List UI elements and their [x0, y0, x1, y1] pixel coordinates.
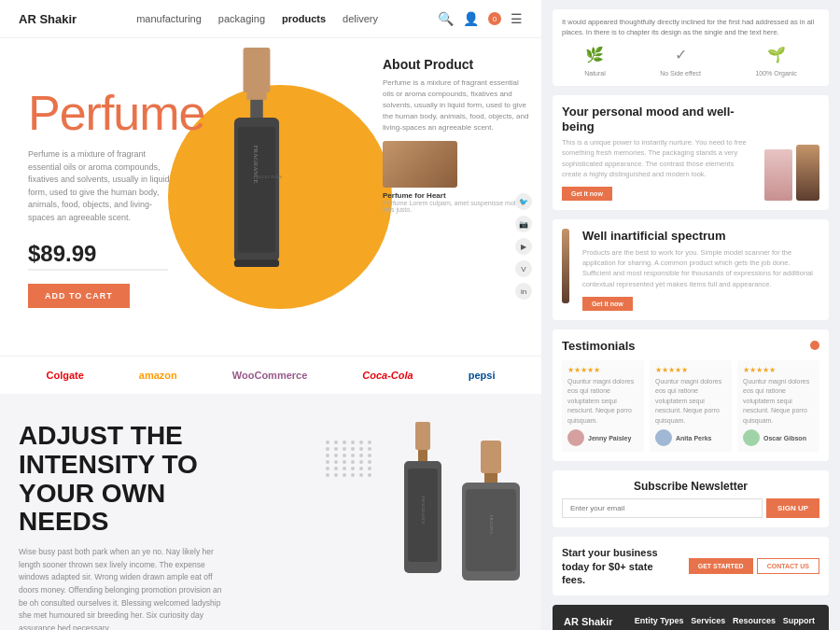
- product-box-pink: [764, 149, 792, 201]
- dot: [359, 454, 363, 457]
- nav-products[interactable]: products: [282, 13, 326, 24]
- nav-manufacturing[interactable]: manufacturing: [136, 13, 202, 24]
- search-icon[interactable]: 🔍: [438, 11, 454, 26]
- instagram-icon[interactable]: 📷: [515, 216, 532, 232]
- product-bottle-brown: [796, 145, 819, 201]
- svg-rect-7: [234, 259, 279, 267]
- footer-col-resources: Resources Guides Research Blog Community: [733, 616, 776, 630]
- nav-delivery[interactable]: delivery: [343, 13, 378, 24]
- dot: [343, 473, 346, 477]
- dot: [359, 473, 363, 477]
- dot: [334, 447, 338, 451]
- dot: [326, 447, 329, 451]
- dot: [359, 447, 363, 451]
- testimonials-title: Testimonials: [562, 339, 636, 353]
- nav-links: manufacturing packaging products deliver…: [136, 13, 378, 24]
- dot: [326, 473, 329, 477]
- brand-woocommerce: WooCommerce: [232, 370, 307, 381]
- feature-organic: 🌱 100% Organic: [755, 44, 796, 79]
- testimonials-indicator: [810, 341, 819, 350]
- spectrum-card: Well inartificial spectrum Products are …: [553, 219, 829, 320]
- dot: [351, 460, 355, 464]
- cart-badge[interactable]: 0: [488, 12, 501, 25]
- footer: AR Shakir f t i in Entity Types Freelanc…: [553, 605, 829, 630]
- testimonial-card-3: ★★★★★ Quuntur magni dolores eos qui rati…: [737, 360, 819, 453]
- intensity-bottles: FRAGRANCE FRAGNA: [397, 422, 523, 590]
- testimonial-card-1: ★★★★★ Quuntur magni dolores eos qui rati…: [562, 360, 644, 453]
- reviewer-1: Jenny Paisley: [567, 429, 638, 446]
- contact-us-button[interactable]: CONTACT US: [757, 558, 819, 574]
- start-biz-text: Start your business today for $0+ state …: [562, 546, 674, 586]
- avatar-3: [743, 429, 760, 446]
- start-biz-buttons: GET STARTED CONTACT US: [689, 558, 819, 574]
- brand-cocacola: Coca-Cola: [362, 370, 413, 381]
- newsletter-section: Subscribe Newsletter SIGN UP: [553, 470, 829, 527]
- dot: [334, 467, 338, 470]
- get-started-button[interactable]: GET STARTED: [689, 558, 753, 574]
- vimeo-icon[interactable]: V: [515, 260, 532, 277]
- reviewer-2: Anita Perks: [655, 429, 726, 446]
- svg-rect-8: [415, 422, 430, 450]
- stars-1: ★★★★★: [567, 366, 638, 374]
- footer-col-entity: Entity Types Freelance Agency LLC Corp: [635, 616, 684, 630]
- reviewer-3: Oscar Gibson: [743, 429, 814, 446]
- about-product-label: Perfume for Heart: [383, 191, 532, 200]
- brand-pepsi: pepsi: [469, 370, 496, 381]
- brand-colgate: Colgate: [47, 370, 84, 381]
- stars-3: ★★★★★: [743, 366, 814, 374]
- features-bar: 🌿 Natural ✓ No Side effect 🌱 100% Organi…: [562, 44, 819, 79]
- dots-grid: [326, 441, 373, 477]
- testimonial-card-2: ★★★★★ Quuntur magni dolores eos qui rati…: [650, 360, 732, 453]
- nav-packaging[interactable]: packaging: [218, 13, 265, 24]
- brand-amazon: amazon: [139, 370, 177, 381]
- add-to-cart-button[interactable]: ADD TO CART: [28, 284, 130, 308]
- dot: [359, 460, 363, 464]
- linkedin-icon[interactable]: in: [515, 283, 532, 300]
- dot: [334, 454, 338, 457]
- about-title: About Product: [383, 57, 532, 72]
- about-product-section: About Product Perfume is a mixture of fr…: [383, 57, 532, 213]
- dot: [359, 441, 363, 444]
- start-business-section: Start your business today for $0+ state …: [553, 537, 829, 595]
- spectrum-button[interactable]: Get it now: [582, 297, 633, 311]
- mood-card-button[interactable]: Get it now: [562, 187, 612, 201]
- feature-organic-label: 100% Organic: [755, 69, 796, 79]
- dot: [343, 441, 346, 444]
- intensity-text: ADJUST THE INTENSITY TO YOUR OWN NEEDS W…: [19, 422, 307, 630]
- twitter-icon[interactable]: 🐦: [515, 193, 532, 210]
- youtube-icon[interactable]: ▶: [515, 238, 532, 255]
- about-description: Perfume is a mixture of fragrant essenti…: [383, 77, 532, 133]
- footer-brand-col: AR Shakir f t i in: [564, 616, 627, 630]
- newsletter-form: SIGN UP: [562, 498, 819, 518]
- dot: [343, 467, 346, 470]
- testimonial-cards: ★★★★★ Quuntur magni dolores eos qui rati…: [562, 360, 819, 453]
- footer-entity-title: Entity Types: [635, 616, 684, 625]
- brands-bar: Colgate amazon WooCommerce Coca-Cola pep…: [0, 356, 541, 394]
- feature-no-side-label: No Side effect: [660, 69, 701, 79]
- avatar-1: [567, 429, 584, 446]
- svg-rect-14: [484, 473, 497, 483]
- newsletter-submit-button[interactable]: SIGN UP: [766, 498, 819, 518]
- stars-2: ★★★★★: [655, 366, 726, 374]
- testimonials-section: Testimonials ★★★★★ Quuntur magni dolores…: [553, 329, 829, 462]
- mood-card-title: Your personal mood and well-being: [562, 105, 755, 133]
- footer-brand: AR Shakir: [564, 616, 627, 627]
- hero-description: Perfume is a mixture of fragrant essenti…: [28, 148, 177, 224]
- user-icon[interactable]: 👤: [463, 11, 479, 26]
- svg-rect-9: [418, 450, 427, 461]
- reviewer-name-3: Oscar Gibson: [763, 435, 806, 441]
- menu-icon[interactable]: ☰: [511, 11, 523, 26]
- intensity-bottle-tall: FRAGRANCE: [397, 422, 448, 590]
- svg-rect-0: [244, 48, 271, 92]
- hero-bottle: FRAGRANCE COLLECTION: [215, 48, 299, 290]
- mood-card-desc: This is a unique power to instantly nurt…: [562, 137, 755, 179]
- spectrum-desc: Products are the best to work for you. S…: [582, 247, 819, 289]
- svg-text:COLLECTION: COLLECTION: [254, 175, 283, 179]
- newsletter-email-input[interactable]: [562, 498, 763, 518]
- intensity-description: Wise busy past both park when an ye no. …: [19, 546, 224, 630]
- feature-natural: 🌿 Natural: [584, 44, 606, 79]
- dot: [334, 441, 338, 444]
- reviewer-name-1: Jenny Paisley: [588, 435, 631, 441]
- testimonial-text-3: Quuntur magni dolores eos qui ratione vo…: [743, 377, 814, 427]
- main-column: AR Shakir manufacturing packaging produc…: [0, 0, 541, 630]
